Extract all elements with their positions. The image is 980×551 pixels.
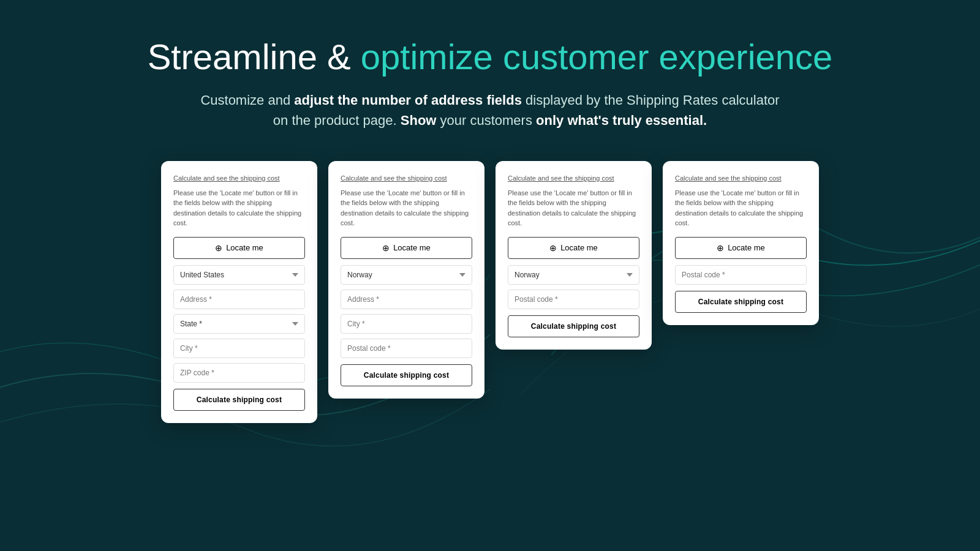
card-3: Calculate and see the shipping cost Plea… [496, 161, 652, 350]
card-2-city-input[interactable] [341, 314, 472, 334]
subheadline-part2: displayed by the Shipping Rates calculat… [522, 92, 780, 108]
card-1-calculate-button[interactable]: Calculate shipping cost [173, 389, 305, 411]
card-4-locate-label: Locate me [728, 243, 765, 252]
main-headline: Streamline & optimize customer experienc… [148, 37, 833, 78]
card-2-postal-input[interactable] [341, 339, 472, 358]
card-2: Calculate and see the shipping cost Plea… [328, 161, 484, 399]
card-2-locate-button[interactable]: ⊕ Locate me [341, 237, 472, 259]
subheadline-part3: on the product page. [273, 113, 401, 128]
card-1-locate-label: Locate me [226, 243, 263, 252]
target-icon-4: ⊕ [717, 243, 724, 253]
card-4-postal-input[interactable] [675, 265, 807, 285]
subheadline-bold2: Show [401, 113, 437, 128]
card-4-link[interactable]: Calculate and see the shipping cost [675, 174, 807, 182]
card-3-country-select[interactable]: Norway [508, 265, 639, 285]
card-2-locate-label: Locate me [393, 243, 431, 252]
subheadline-bold3: only what's truly essential. [536, 113, 707, 128]
subheadline-bold1: adjust the number of address fields [294, 92, 522, 108]
headline-part1: Streamline & [148, 37, 361, 77]
card-1-address-input[interactable] [173, 290, 305, 309]
card-3-locate-label: Locate me [560, 243, 598, 252]
subheadline-part1: Customize and [200, 92, 294, 108]
card-1-country-select[interactable]: United States [173, 265, 305, 285]
card-3-postal-input[interactable] [508, 290, 639, 309]
card-1-city-input[interactable] [173, 339, 305, 358]
card-4-description: Please use the 'Locate me' button or fil… [675, 188, 807, 228]
card-2-description: Please use the 'Locate me' button or fil… [341, 188, 472, 228]
card-4: Calculate and see the shipping cost Plea… [663, 161, 819, 325]
card-3-locate-button[interactable]: ⊕ Locate me [508, 237, 639, 259]
card-1-description: Please use the 'Locate me' button or fil… [173, 188, 305, 228]
cards-row: Calculate and see the shipping cost Plea… [161, 161, 819, 423]
card-2-link[interactable]: Calculate and see the shipping cost [341, 174, 472, 182]
card-4-calculate-button[interactable]: Calculate shipping cost [675, 291, 807, 313]
target-icon-3: ⊕ [549, 243, 557, 253]
subheadline: Customize and adjust the number of addre… [200, 90, 779, 130]
card-3-description: Please use the 'Locate me' button or fil… [508, 188, 639, 228]
headline-section: Streamline & optimize customer experienc… [148, 37, 833, 78]
subheadline-part4: your customers [436, 113, 536, 128]
card-1: Calculate and see the shipping cost Plea… [161, 161, 317, 423]
card-1-zip-input[interactable] [173, 363, 305, 383]
card-2-address-input[interactable] [341, 290, 472, 309]
target-icon-2: ⊕ [382, 243, 390, 253]
card-3-calculate-button[interactable]: Calculate shipping cost [508, 315, 639, 337]
card-2-country-select[interactable]: Norway [341, 265, 472, 285]
target-icon: ⊕ [215, 243, 222, 253]
card-1-locate-button[interactable]: ⊕ Locate me [173, 237, 305, 259]
card-3-link[interactable]: Calculate and see the shipping cost [508, 174, 639, 182]
card-2-calculate-button[interactable]: Calculate shipping cost [341, 364, 472, 386]
card-1-state-select[interactable]: State * [173, 314, 305, 334]
card-1-link[interactable]: Calculate and see the shipping cost [173, 174, 305, 182]
headline-accent: optimize customer experience [361, 37, 832, 77]
card-4-locate-button[interactable]: ⊕ Locate me [675, 237, 807, 259]
